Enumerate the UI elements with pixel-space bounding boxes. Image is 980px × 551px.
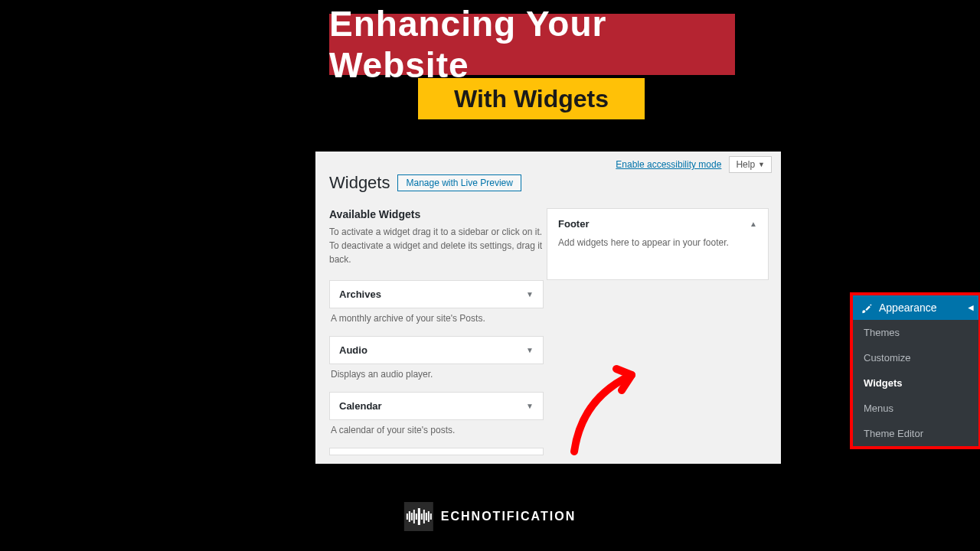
widget-desc: Displays an audio player. bbox=[331, 369, 542, 380]
widget-name: Audio bbox=[339, 344, 368, 356]
menu-item-customize[interactable]: Customize bbox=[853, 345, 978, 370]
footer-widget-area[interactable]: Footer ▲ Add widgets here to appear in y… bbox=[547, 208, 769, 280]
available-widgets-title: Available Widgets bbox=[329, 208, 544, 220]
chevron-left-icon: ◄ bbox=[966, 302, 975, 313]
menu-item-theme-editor[interactable]: Theme Editor bbox=[853, 421, 978, 446]
available-widgets-column: Available Widgets To activate a widget d… bbox=[329, 208, 544, 458]
footer-area-header: Footer ▲ bbox=[558, 218, 757, 230]
brand-text: ECHNOTIFICATION bbox=[441, 510, 576, 523]
footer-area-desc: Add widgets here to appear in your foote… bbox=[558, 237, 757, 248]
page-title: Widgets bbox=[329, 173, 390, 193]
menu-appearance-header[interactable]: Appearance ◄ bbox=[853, 295, 978, 320]
widget-name: Calendar bbox=[339, 400, 382, 412]
top-links: Enable accessibility mode Help ▼ bbox=[616, 156, 772, 173]
live-preview-button[interactable]: Manage with Live Preview bbox=[397, 174, 521, 191]
widget-name: Archives bbox=[339, 289, 381, 300]
chevron-down-icon: ▼ bbox=[526, 290, 534, 298]
menu-item-widgets[interactable]: Widgets bbox=[853, 370, 978, 396]
widget-desc: A calendar of your site's posts. bbox=[331, 425, 542, 435]
menu-item-menus[interactable]: Menus bbox=[853, 396, 978, 421]
footer-area-title: Footer bbox=[558, 218, 589, 230]
available-widgets-desc: To activate a widget drag it to a sideba… bbox=[329, 225, 544, 266]
widget-item-audio[interactable]: Audio ▼ bbox=[329, 336, 544, 364]
accessibility-link[interactable]: Enable accessibility mode bbox=[616, 159, 721, 170]
title-sub: With Widgets bbox=[418, 78, 645, 119]
wordpress-widgets-panel: Enable accessibility mode Help ▼ Widgets… bbox=[315, 152, 781, 464]
appearance-submenu: Appearance ◄ Themes Customize Widgets Me… bbox=[850, 292, 980, 449]
chevron-up-icon: ▲ bbox=[750, 220, 757, 228]
widget-item-archives[interactable]: Archives ▼ bbox=[329, 280, 544, 308]
chevron-down-icon: ▼ bbox=[758, 161, 765, 168]
page-title-row: Widgets Manage with Live Preview bbox=[329, 173, 521, 193]
menu-item-themes[interactable]: Themes bbox=[853, 320, 978, 345]
widget-item-calendar[interactable]: Calendar ▼ bbox=[329, 392, 544, 420]
widget-item-partial[interactable] bbox=[329, 448, 544, 455]
brush-icon bbox=[861, 302, 873, 314]
title-main: Enhancing Your Website bbox=[329, 14, 735, 75]
help-label: Help bbox=[736, 159, 755, 170]
chevron-down-icon: ▼ bbox=[526, 402, 534, 410]
help-button[interactable]: Help ▼ bbox=[729, 156, 772, 173]
brand-logo: ECHNOTIFICATION bbox=[404, 502, 576, 531]
menu-head-label: Appearance bbox=[879, 302, 937, 314]
chevron-down-icon: ▼ bbox=[526, 346, 534, 354]
widget-desc: A monthly archive of your site's Posts. bbox=[331, 313, 542, 324]
waveform-icon bbox=[404, 502, 433, 531]
